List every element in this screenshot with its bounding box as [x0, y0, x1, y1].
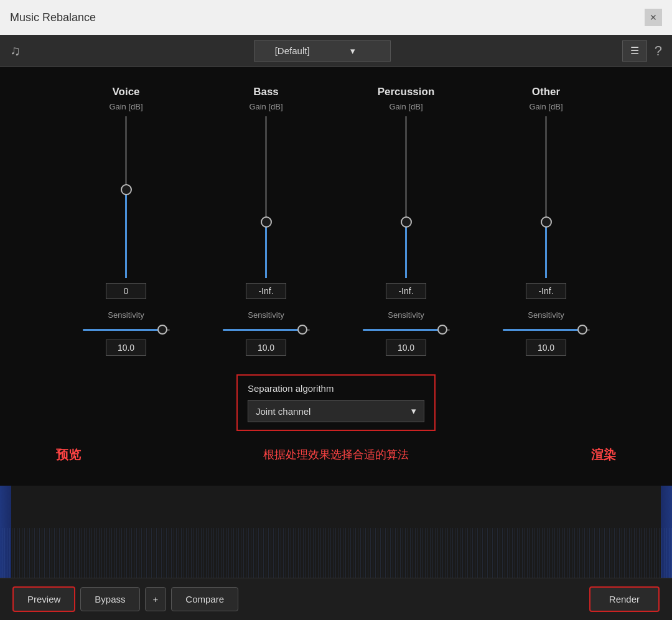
gain-slider-handle-3[interactable]: [541, 216, 552, 228]
channel-name-3: Other: [532, 86, 560, 98]
title-bar: Music Rebalance ✕: [0, 0, 672, 35]
preset-dropdown[interactable]: [Default] ▾: [254, 40, 391, 62]
sensitivity-section-1: Sensitivity 10.0: [217, 310, 316, 356]
annotation-center: 根据处理效果选择合适的算法: [263, 447, 409, 462]
sensitivity-section-2: Sensitivity 10.0: [357, 310, 456, 356]
algorithm-box: Separation algorithm Joint channel ▾: [236, 374, 436, 431]
gain-slider-container-1: [265, 116, 267, 278]
bottom-bar: Preview Bypass + Compare Render: [0, 578, 672, 620]
help-icon[interactable]: ?: [655, 43, 662, 59]
gain-label-1: Gain [dB]: [249, 102, 282, 111]
gain-label-0: Gain [dB]: [109, 102, 142, 111]
channel-other: Other Gain [dB] -Inf. Sensitivity 10.0: [497, 86, 596, 356]
gain-slider-track-3[interactable]: [545, 116, 547, 278]
music-icon[interactable]: ♫: [10, 43, 21, 59]
sensitivity-handle-3[interactable]: [577, 325, 587, 335]
main-content: Voice Gain [dB] 0 Sensitivity 10.0: [0, 67, 672, 486]
gain-slider-container-0: [125, 116, 127, 278]
sensitivity-label-2: Sensitivity: [388, 310, 424, 320]
gain-label-3: Gain [dB]: [529, 102, 562, 111]
app-title: Music Rebalance: [10, 11, 96, 24]
toolbar: ♫ [Default] ▾ ☰ ?: [0, 35, 672, 67]
sensitivity-slider-3[interactable]: [503, 325, 590, 335]
compare-button[interactable]: Compare: [171, 587, 238, 611]
algorithm-value: Joint channel: [256, 406, 310, 417]
algorithm-dropdown[interactable]: Joint channel ▾: [248, 400, 424, 422]
gain-label-2: Gain [dB]: [389, 102, 422, 111]
sensitivity-slider-0[interactable]: [83, 325, 170, 335]
gain-value-3[interactable]: -Inf.: [526, 283, 566, 299]
sensitivity-slider-1[interactable]: [223, 325, 310, 335]
channel-name-1: Bass: [253, 86, 279, 98]
gain-slider-track-1[interactable]: [265, 116, 267, 278]
preset-chevron: ▾: [322, 45, 383, 57]
gain-slider-fill-2: [405, 221, 407, 278]
channel-percussion: Percussion Gain [dB] -Inf. Sensitivity 1…: [357, 86, 456, 356]
sensitivity-label-1: Sensitivity: [248, 310, 284, 320]
algorithm-label: Separation algorithm: [248, 383, 424, 394]
gain-slider-handle-1[interactable]: [261, 216, 272, 228]
gain-slider-handle-2[interactable]: [401, 216, 412, 228]
sensitivity-value-1[interactable]: 10.0: [246, 340, 286, 356]
annotation-left: 预览: [56, 446, 81, 463]
channel-name-2: Percussion: [378, 86, 435, 98]
channel-voice: Voice Gain [dB] 0 Sensitivity 10.0: [77, 86, 176, 356]
sensitivity-label-3: Sensitivity: [528, 310, 564, 320]
sensitivity-value-3[interactable]: 10.0: [526, 340, 566, 356]
sensitivity-value-0[interactable]: 10.0: [106, 340, 146, 356]
algorithm-chevron: ▾: [411, 405, 416, 417]
channel-bass: Bass Gain [dB] -Inf. Sensitivity 10.0: [217, 86, 316, 356]
bypass-button[interactable]: Bypass: [80, 587, 139, 611]
sensitivity-handle-1[interactable]: [297, 325, 307, 335]
gain-value-2[interactable]: -Inf.: [386, 283, 426, 299]
menu-icon[interactable]: ☰: [622, 40, 647, 62]
waveform-bg: [0, 528, 672, 578]
gain-slider-track-2[interactable]: [405, 116, 407, 278]
gain-slider-handle-0[interactable]: [121, 184, 132, 195]
preset-value: [Default]: [262, 45, 322, 56]
sensitivity-section-0: Sensitivity 10.0: [77, 310, 176, 356]
gain-value-0[interactable]: 0: [106, 283, 146, 299]
sensitivity-handle-2[interactable]: [437, 325, 447, 335]
gain-slider-container-2: [405, 116, 407, 278]
annotation-area: 预览 根据处理效果选择合适的算法 渲染: [19, 436, 653, 473]
annotation-right: 渲染: [591, 446, 616, 463]
render-button[interactable]: Render: [589, 586, 660, 612]
algorithm-section: Separation algorithm Joint channel ▾: [19, 374, 653, 431]
plus-button[interactable]: +: [145, 587, 167, 611]
gain-slider-fill-1: [265, 221, 267, 278]
sensitivity-value-2[interactable]: 10.0: [386, 340, 426, 356]
channels-row: Voice Gain [dB] 0 Sensitivity 10.0: [19, 80, 653, 362]
gain-slider-container-3: [545, 116, 547, 278]
sensitivity-section-3: Sensitivity 10.0: [497, 310, 596, 356]
gain-slider-fill-0: [125, 189, 127, 278]
gain-value-1[interactable]: -Inf.: [246, 283, 286, 299]
preview-button[interactable]: Preview: [12, 586, 75, 612]
gain-slider-fill-3: [545, 221, 547, 278]
close-button[interactable]: ✕: [645, 9, 662, 26]
sensitivity-handle-0[interactable]: [157, 325, 167, 335]
sensitivity-slider-2[interactable]: [363, 325, 450, 335]
gain-slider-track-0[interactable]: [125, 116, 127, 278]
channel-name-0: Voice: [112, 86, 139, 98]
sensitivity-label-0: Sensitivity: [108, 310, 144, 320]
